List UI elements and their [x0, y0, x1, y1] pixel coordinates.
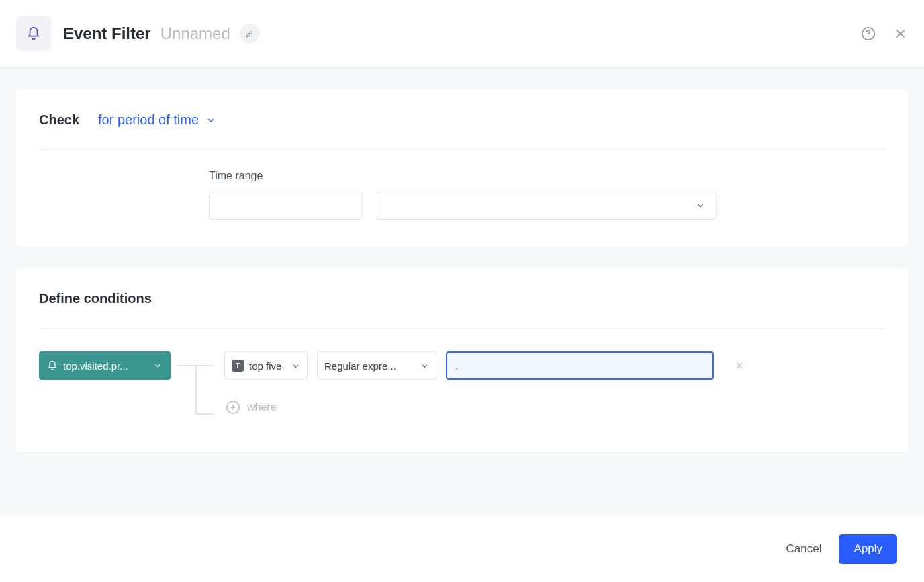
event-filter-avatar [16, 16, 51, 51]
condition-connector [177, 351, 218, 425]
bell-icon [26, 26, 41, 41]
dialog-footer: Cancel Apply [0, 515, 924, 582]
chevron-down-icon [205, 115, 216, 126]
condition-row: T top five Regular expre... [224, 351, 745, 380]
title-wrap: Event Filter Unnamed [63, 24, 260, 44]
time-range-inputs [209, 192, 885, 220]
chevron-down-icon [153, 361, 163, 370]
chevron-down-icon [696, 201, 705, 210]
condition-rows: T top five Regular expre... [224, 351, 745, 415]
dialog-header: Event Filter Unnamed [0, 0, 924, 68]
check-mode-value: for period of time [98, 112, 199, 128]
svg-point-1 [868, 36, 868, 37]
chevron-down-icon [291, 362, 300, 370]
conditions-title: Define conditions [39, 291, 885, 329]
condition-value-input[interactable] [446, 351, 714, 380]
dialog-title: Event Filter [63, 24, 151, 43]
check-label: Check [39, 112, 79, 128]
where-label: where [247, 401, 277, 413]
plus-circle-icon [226, 400, 240, 415]
check-panel: Check for period of time Time range [16, 89, 908, 247]
header-right [861, 26, 908, 41]
conditions-body: top.visited.pr... T top five R [39, 329, 885, 425]
check-row: Check for period of time [39, 112, 885, 150]
dialog-content: Check for period of time Time range Defi… [0, 68, 924, 533]
condition-field-select[interactable]: T top five [224, 351, 308, 380]
conditions-panel: Define conditions top.visited.pr... [16, 268, 908, 452]
apply-button[interactable]: Apply [839, 534, 897, 564]
time-range-section: Time range [39, 150, 885, 220]
cancel-button[interactable]: Cancel [786, 542, 822, 556]
pencil-icon [245, 30, 254, 38]
help-icon[interactable] [861, 26, 876, 41]
condition-source-value: top.visited.pr... [63, 360, 148, 372]
chevron-down-icon [420, 362, 429, 370]
edit-name-button[interactable] [240, 24, 260, 44]
bell-icon [47, 360, 58, 371]
time-range-number-input[interactable] [209, 192, 362, 220]
condition-operator-value: Regular expre... [324, 360, 415, 372]
add-where-row[interactable]: where [224, 400, 745, 415]
text-type-badge: T [232, 360, 244, 372]
condition-source-select[interactable]: top.visited.pr... [39, 351, 171, 380]
condition-operator-select[interactable]: Regular expre... [317, 351, 436, 380]
time-range-unit-select[interactable] [377, 192, 717, 220]
header-left: Event Filter Unnamed [16, 16, 861, 51]
condition-field-value: top five [249, 360, 286, 372]
check-mode-dropdown[interactable]: for period of time [98, 112, 216, 128]
remove-condition-button[interactable] [734, 360, 745, 371]
close-icon[interactable] [893, 26, 908, 41]
dialog-subtitle: Unnamed [160, 24, 230, 43]
time-range-label: Time range [209, 170, 885, 182]
